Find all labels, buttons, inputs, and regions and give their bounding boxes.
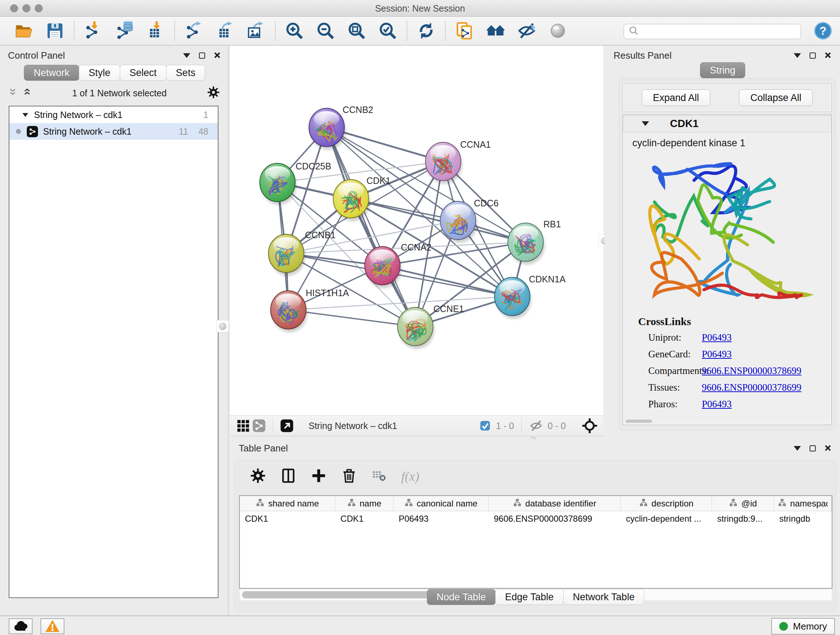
panel-menu-icon[interactable] — [183, 53, 190, 58]
zoom-selected-icon[interactable] — [378, 21, 397, 40]
crosslink-link[interactable]: 9606.ENSP00000378699 — [702, 365, 801, 377]
checkbox-icon[interactable] — [478, 416, 492, 435]
crosslinks-list: Uniprot:P06493GeneCard:P06493Compartment… — [623, 329, 831, 412]
zoom-fit-icon[interactable] — [347, 21, 366, 40]
panel-float-icon[interactable] — [199, 52, 205, 59]
node-label-CDC6: CDC6 — [474, 198, 499, 208]
expand-all-button[interactable]: Expand All — [642, 89, 711, 106]
results-panel: Results Panel String Expand All Collapse… — [605, 46, 840, 436]
gear-icon[interactable] — [250, 468, 266, 485]
collection-disclosure-icon[interactable] — [22, 113, 28, 117]
gene-section-header[interactable]: CDK1 — [623, 115, 831, 133]
network-node-CCNA1[interactable] — [425, 142, 461, 181]
network-node-CDK1[interactable] — [333, 180, 369, 218]
collapse-all-button[interactable]: Collapse All — [739, 89, 813, 106]
table-row[interactable]: CDK1CDK1P064939606.ENSP00000378699cyclin… — [240, 511, 832, 526]
table-cell: stringdb — [774, 511, 832, 526]
gear-icon[interactable] — [207, 86, 220, 100]
panel-float-icon[interactable] — [810, 445, 816, 451]
results-scrollbar[interactable] — [626, 420, 652, 423]
panel-close-icon[interactable] — [824, 50, 831, 61]
crosslink-row: Compartments:9606.ENSP00000378699 — [623, 363, 831, 379]
tab-string[interactable]: String — [700, 62, 745, 78]
network-node-CCNB1[interactable] — [268, 234, 304, 272]
crosshair-icon[interactable] — [581, 416, 598, 435]
search-box[interactable] — [624, 24, 801, 39]
column-header-description[interactable]: description — [621, 496, 712, 511]
network-row-selected[interactable]: String Network – cdk1 11 48 — [9, 123, 218, 140]
network-node-RB1[interactable] — [508, 223, 543, 261]
table-cell: 9606.ENSP00000378699 — [489, 511, 621, 526]
export-table-icon[interactable] — [216, 21, 234, 40]
trash-icon[interactable] — [341, 468, 357, 485]
tab-sets[interactable]: Sets — [166, 65, 205, 81]
annotation-icon[interactable] — [455, 21, 474, 40]
open-icon[interactable] — [14, 21, 33, 40]
column-header-database-identifier[interactable]: database identifier — [489, 496, 621, 511]
left-splitter-handle[interactable] — [216, 320, 229, 333]
cloud-icon[interactable] — [9, 618, 33, 634]
crosslink-label: Uniprot: — [623, 332, 702, 343]
panel-close-icon[interactable] — [214, 50, 221, 61]
collapse-all-icon[interactable] — [8, 88, 17, 98]
search-input[interactable] — [639, 27, 795, 36]
panel-menu-icon[interactable] — [794, 446, 801, 451]
network-node-CCNB2[interactable] — [309, 108, 344, 147]
panel-menu-icon[interactable] — [794, 53, 801, 58]
crosslink-link[interactable]: P06493 — [702, 348, 732, 360]
gene-disclosure-icon[interactable] — [642, 121, 649, 126]
network-canvas[interactable]: CCNB2CCNA1CDC25BCDK1CDC6RB1CCNB1CCNA2CDK… — [230, 46, 603, 415]
tab-network[interactable]: Network — [24, 65, 79, 81]
delete-table-icon[interactable] — [371, 468, 387, 485]
network-node-CCNA2[interactable] — [365, 247, 400, 285]
import-network-icon[interactable] — [84, 21, 103, 40]
home-icon[interactable] — [486, 21, 505, 40]
network-node-CDC25B[interactable] — [260, 163, 295, 202]
crosslink-link[interactable]: 9606.ENSP00000378699 — [702, 382, 801, 393]
grid-icon[interactable] — [235, 416, 251, 435]
crosslink-link[interactable]: P06493 — [702, 399, 732, 410]
import-table-icon[interactable] — [146, 21, 165, 40]
zoom-in-icon[interactable] — [285, 21, 304, 40]
export-image-icon[interactable] — [247, 21, 265, 40]
network-node-CDKN1A[interactable] — [494, 277, 530, 316]
column-header-canonical-name[interactable]: canonical name — [393, 496, 489, 511]
network-node-CDC6[interactable] — [440, 201, 476, 240]
help-icon[interactable]: ? — [814, 22, 832, 40]
import-database-icon[interactable] — [115, 21, 134, 40]
column-header-namespace[interactable]: namespace — [774, 496, 832, 511]
column-header-shared-name[interactable]: shared name — [240, 496, 335, 511]
zoom-out-icon[interactable] — [316, 21, 335, 40]
tab-node-table[interactable]: Node Table — [427, 589, 496, 605]
column-header-name[interactable]: name — [335, 496, 393, 511]
column-type-icon — [639, 498, 648, 509]
network-graph[interactable]: CCNB2CCNA1CDC25BCDK1CDC6RB1CCNB1CCNA2CDK… — [230, 46, 603, 415]
add-icon[interactable] — [311, 468, 327, 485]
network-collection-row[interactable]: String Network – cdk1 1 — [9, 106, 218, 123]
save-icon[interactable] — [46, 21, 65, 40]
tab-network-table[interactable]: Network Table — [563, 589, 645, 605]
columns-icon[interactable] — [280, 468, 296, 485]
network-node-CCNE1[interactable] — [398, 307, 433, 346]
column-type-icon — [513, 498, 522, 509]
share-icon[interactable] — [251, 416, 267, 435]
hide-panel-icon[interactable] — [517, 21, 536, 40]
window-title: Session: New Session — [0, 3, 840, 14]
expand-all-icon[interactable] — [22, 88, 32, 98]
crosslink-link[interactable]: P06493 — [702, 332, 732, 343]
warning-icon[interactable] — [41, 618, 65, 634]
refresh-icon[interactable] — [417, 21, 436, 40]
column-header-id[interactable]: @id — [712, 496, 774, 511]
network-node-HIST1H1A[interactable] — [271, 291, 306, 329]
tab-style[interactable]: Style — [79, 65, 120, 81]
tab-select[interactable]: Select — [120, 65, 166, 81]
node-label-CDKN1A: CDKN1A — [529, 274, 566, 284]
navigate-icon[interactable] — [279, 416, 295, 435]
column-type-icon — [404, 498, 413, 509]
memory-button[interactable]: Memory — [771, 618, 835, 635]
panel-float-icon[interactable] — [810, 52, 816, 59]
eye-orb-icon[interactable] — [548, 21, 567, 40]
export-network-icon[interactable] — [185, 21, 203, 40]
tab-edge-table[interactable]: Edge Table — [495, 589, 564, 605]
panel-close-icon[interactable] — [824, 443, 831, 454]
